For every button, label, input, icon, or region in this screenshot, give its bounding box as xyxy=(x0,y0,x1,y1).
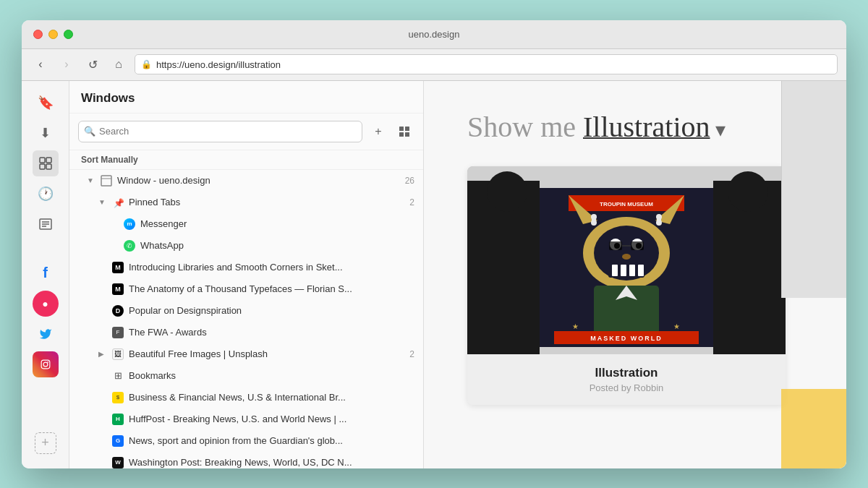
svg-rect-3 xyxy=(46,164,51,169)
tree-icon-fwa: F xyxy=(111,326,124,339)
tree-count: 2 xyxy=(409,197,414,207)
tree-label: Bookmarks xyxy=(129,370,414,381)
tree-item-unsplash[interactable]: ▶🖼Beautiful Free Images | Unsplash2 xyxy=(69,343,423,365)
browser-toolbar: ‹ › ↺ ⌂ 🔒 https://ueno.design/illustrati… xyxy=(22,49,846,81)
tree-icon-unsplash: 🖼 xyxy=(111,348,124,361)
tree-item-fwa[interactable]: FThe FWA - Awards xyxy=(69,322,423,343)
tree-icon-whatsapp: ✆ xyxy=(123,239,136,252)
downloads-icon-btn[interactable]: ⬇ xyxy=(33,120,59,146)
svg-point-9 xyxy=(43,362,48,367)
svg-text:📌: 📌 xyxy=(114,197,124,208)
tree-item-window-ueno[interactable]: ▼Window - ueno.design26 xyxy=(69,170,423,192)
tree-item-medium-1[interactable]: MIntroducing Libraries and Smooth Corner… xyxy=(69,257,423,278)
tree-item-whatsapp[interactable]: ✆WhatsApp xyxy=(69,235,423,257)
svg-point-35 xyxy=(622,254,631,260)
svg-text:★: ★ xyxy=(673,322,680,330)
tree-item-business[interactable]: $Business & Financial News, U.S & Intern… xyxy=(69,387,423,408)
poster-svg: TROUPIN MUSEUM xyxy=(467,166,786,354)
home-button[interactable]: ⌂ xyxy=(109,54,129,74)
tree-item-bookmarks[interactable]: ⊞Bookmarks xyxy=(69,365,423,387)
heading-main: Illustration xyxy=(583,111,710,143)
twitter-icon-btn[interactable] xyxy=(33,321,59,347)
svg-rect-39 xyxy=(629,265,635,276)
search-row: 🔍 + xyxy=(69,114,423,150)
svg-rect-11 xyxy=(399,127,404,131)
tree-item-pinned-tabs[interactable]: ▼📌Pinned Tabs2 xyxy=(69,192,423,213)
sort-label: Sort Manually xyxy=(81,155,138,165)
svg-rect-15 xyxy=(101,176,111,186)
svg-rect-0 xyxy=(40,158,45,163)
add-sidebar-icon-btn[interactable]: + xyxy=(35,432,56,454)
main-content: 🔖 ⬇ 🕐 f ● xyxy=(22,81,846,468)
lock-icon: 🔒 xyxy=(141,59,152,69)
svg-rect-46 xyxy=(657,217,661,223)
svg-point-21 xyxy=(487,171,527,212)
right-panel-top xyxy=(781,81,846,298)
search-wrap: 🔍 xyxy=(78,121,362,142)
dribbble-icon-btn[interactable]: ● xyxy=(33,291,59,317)
svg-rect-13 xyxy=(399,132,404,137)
reload-button[interactable]: ↺ xyxy=(82,54,103,74)
windows-panel: Windows 🔍 + Sort Manuall xyxy=(69,81,424,468)
tree-count: 2 xyxy=(409,349,414,359)
illustration-caption: Illustration Posted by Robbin xyxy=(467,354,786,405)
svg-rect-12 xyxy=(405,127,409,131)
web-content: Show me Illustration ▾ xyxy=(424,81,846,468)
illustration-image: TROUPIN MUSEUM xyxy=(467,166,786,354)
tree-label: Window - ueno.design xyxy=(117,175,401,186)
tree-icon-guardian: G xyxy=(111,435,124,448)
tree-item-medium-2[interactable]: MThe Anatomy of a Thousand Typefaces — F… xyxy=(69,278,423,300)
traffic-lights xyxy=(33,30,73,39)
svg-rect-14 xyxy=(405,132,409,137)
svg-point-22 xyxy=(728,171,768,212)
tree-chevron: ▶ xyxy=(98,350,107,358)
heading-arrow: ▾ xyxy=(710,119,726,141)
facebook-icon-btn[interactable]: f xyxy=(33,260,59,286)
instagram-icon xyxy=(41,359,51,369)
sort-bar: Sort Manually xyxy=(69,150,423,170)
tree-item-wapo[interactable]: WWashington Post: Breaking News, World, … xyxy=(69,452,423,468)
bookmarks-icon-btn[interactable]: 🔖 xyxy=(33,90,59,116)
tree-icon-designspiration: D xyxy=(111,304,124,317)
twitter-icon xyxy=(39,328,52,341)
close-button[interactable] xyxy=(33,30,43,39)
forward-button[interactable]: › xyxy=(56,54,77,74)
tree-icon-bookmarks: ⊞ xyxy=(111,369,124,382)
tree-icon-medium: M xyxy=(111,283,124,296)
tree-label: Messenger xyxy=(140,218,414,229)
tree-item-guardian[interactable]: GNews, sport and opinion from the Guardi… xyxy=(69,430,423,452)
tree-icon-business: $ xyxy=(111,391,124,404)
url-text: https://ueno.design/illustration xyxy=(156,59,831,70)
tree-label: The FWA - Awards xyxy=(129,327,414,338)
tree-item-huffpost[interactable]: HHuffPost - Breaking News, U.S. and Worl… xyxy=(69,408,423,430)
windows-icon-btn[interactable] xyxy=(33,150,59,176)
tree-icon-window xyxy=(100,174,113,187)
svg-rect-8 xyxy=(41,360,50,369)
page-heading: Show me Illustration ▾ xyxy=(467,110,726,145)
tree-label: WhatsApp xyxy=(140,240,414,251)
tree-label: Beautiful Free Images | Unsplash xyxy=(129,348,405,359)
address-bar[interactable]: 🔒 https://ueno.design/illustration xyxy=(135,54,838,74)
svg-rect-32 xyxy=(609,241,622,250)
add-window-button[interactable]: + xyxy=(368,121,388,142)
back-button[interactable]: ‹ xyxy=(30,54,51,74)
tree-item-messenger[interactable]: mMessenger xyxy=(69,213,423,235)
instagram-icon-btn[interactable] xyxy=(33,351,59,377)
window-title: ueno.design xyxy=(409,29,460,40)
svg-text:MASKED WORLD: MASKED WORLD xyxy=(590,335,663,342)
svg-rect-40 xyxy=(638,265,644,276)
svg-rect-2 xyxy=(40,164,45,169)
minimize-button[interactable] xyxy=(48,30,58,39)
illustration-card[interactable]: TROUPIN MUSEUM xyxy=(467,166,786,405)
tree-label: Popular on Designspiration xyxy=(129,305,414,316)
grid-view-button[interactable] xyxy=(394,121,414,142)
windows-panel-title: Windows xyxy=(81,91,135,106)
reading-list-icon-btn[interactable] xyxy=(33,211,59,237)
tree-item-designspiration[interactable]: DPopular on Designspiration xyxy=(69,300,423,322)
history-icon-btn[interactable]: 🕐 xyxy=(33,181,59,207)
svg-text:★: ★ xyxy=(572,322,579,330)
svg-text:TROUPIN MUSEUM: TROUPIN MUSEUM xyxy=(600,201,653,207)
search-input[interactable] xyxy=(78,121,362,142)
maximize-button[interactable] xyxy=(64,30,73,39)
tree-icon-wapo: W xyxy=(111,456,124,468)
